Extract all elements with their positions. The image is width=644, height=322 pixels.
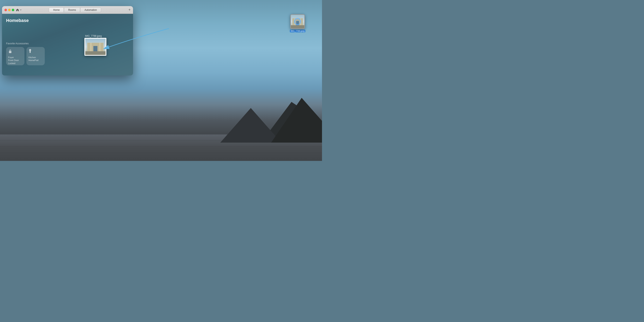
file-house-ground [291,25,304,28]
add-button[interactable]: + [128,8,130,12]
chevron-down-icon [20,9,22,11]
dragged-image-in-window[interactable] [84,38,107,56]
accessory-tile-homepod[interactable]: Kitchen HomePod [26,47,45,65]
tab-rooms[interactable]: Rooms [64,8,80,12]
svg-rect-8 [30,51,31,53]
accessories-grid: Foyer Front Door Locked [6,47,45,65]
home-app-window: Home Rooms Automation + Homebase Favorit… [2,6,133,76]
favorites-label: Favorite Accessories [6,42,45,45]
image-label-in-window: IMG_7788.jpeg [85,34,102,38]
svg-rect-6 [9,51,12,53]
house-pillar-right [99,43,100,52]
svg-point-7 [29,49,31,51]
file-icon-inner [291,15,304,28]
traffic-lights [2,9,14,11]
app-title: Homebase [6,18,129,23]
tab-home[interactable]: Home [49,8,64,12]
accessory-tile-front-door[interactable]: Foyer Front Door Locked [6,47,24,65]
file-icon-frame [290,14,305,29]
homepod-icon [28,49,32,55]
image-frame [84,38,106,56]
maximize-button[interactable] [12,9,14,11]
desktop-file-icon[interactable]: IMG_7788.jpeg [290,14,306,32]
tab-automation[interactable]: Automation [80,8,101,12]
close-button[interactable] [4,9,7,11]
svg-marker-4 [220,108,281,142]
window-titlebar: Home Rooms Automation + [2,6,133,14]
home-icon-wrapper [16,8,22,12]
house-scene [85,39,106,55]
mountain-silhouette [220,92,322,142]
desktop: Home Rooms Automation + Homebase Favorit… [0,0,322,161]
tab-bar: Home Rooms Automation [22,8,128,12]
house-icon [16,8,19,12]
house-door [93,46,98,52]
magnifier-icon [294,18,301,25]
lock-icon [8,49,12,55]
window-content: Homebase Favorite Accessories [2,14,133,76]
favorites-section: Favorite Accessories Foyer Front Door [6,42,45,65]
file-label: IMG_7788.jpeg [290,30,305,32]
accessory-name-front-door: Foyer Front Door Locked [8,56,19,65]
minimize-button[interactable] [8,9,10,11]
house-pillar-left [90,43,92,52]
image-preview [85,39,106,55]
accessory-name-homepod: Kitchen HomePod [28,56,38,62]
house-ground [85,51,106,55]
